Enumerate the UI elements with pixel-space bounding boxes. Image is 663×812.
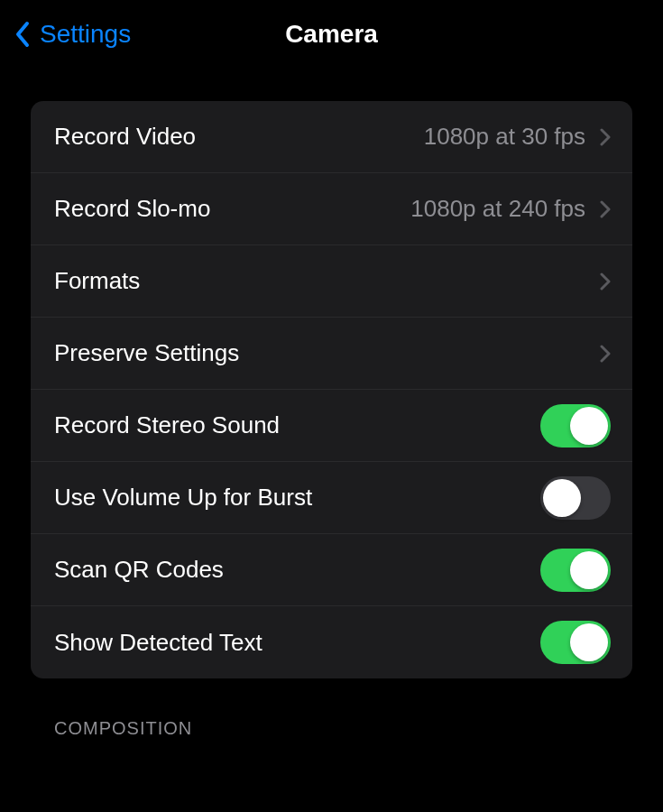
row-label: Formats <box>54 267 600 295</box>
row-record-stereo-sound: Record Stereo Sound <box>31 390 632 462</box>
section-header-composition: COMPOSITION <box>54 718 632 739</box>
toggle-knob <box>570 623 608 661</box>
chevron-right-icon <box>600 200 611 218</box>
row-value: 1080p at 240 fps <box>410 195 585 223</box>
row-label: Record Stereo Sound <box>54 411 540 439</box>
toggle-show-detected-text[interactable] <box>540 621 611 664</box>
settings-group: Record Video 1080p at 30 fps Record Slo-… <box>31 101 632 678</box>
row-label: Preserve Settings <box>54 339 600 367</box>
back-label: Settings <box>40 20 131 49</box>
row-formats[interactable]: Formats <box>31 245 632 318</box>
back-button[interactable]: Settings <box>14 20 131 49</box>
row-volume-up-burst: Use Volume Up for Burst <box>31 462 632 534</box>
row-scan-qr-codes: Scan QR Codes <box>31 534 632 606</box>
chevron-right-icon <box>600 272 611 291</box>
row-value: 1080p at 30 fps <box>424 123 585 151</box>
toggle-record-stereo-sound[interactable] <box>540 404 611 448</box>
row-record-video[interactable]: Record Video 1080p at 30 fps <box>31 101 632 173</box>
chevron-left-icon <box>14 21 31 48</box>
chevron-right-icon <box>600 128 611 146</box>
toggle-knob <box>543 479 581 517</box>
row-preserve-settings[interactable]: Preserve Settings <box>31 318 632 390</box>
toggle-knob <box>570 551 608 589</box>
toggle-volume-up-burst[interactable] <box>540 476 611 520</box>
row-label: Scan QR Codes <box>54 556 540 584</box>
row-label: Record Slo-mo <box>54 195 410 223</box>
row-label: Record Video <box>54 123 424 151</box>
row-label: Use Volume Up for Burst <box>54 484 540 512</box>
toggle-scan-qr-codes[interactable] <box>540 549 611 592</box>
row-show-detected-text: Show Detected Text <box>31 606 632 678</box>
header: Settings Camera <box>0 0 663 76</box>
chevron-right-icon <box>600 345 611 363</box>
row-label: Show Detected Text <box>54 629 540 657</box>
toggle-knob <box>570 407 608 445</box>
row-record-slomo[interactable]: Record Slo-mo 1080p at 240 fps <box>31 173 632 245</box>
